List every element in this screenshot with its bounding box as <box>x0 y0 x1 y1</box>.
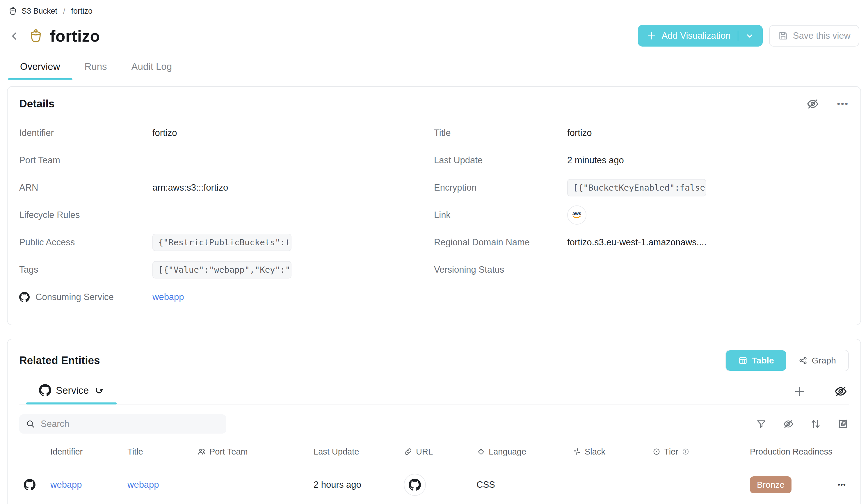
filter-icon[interactable] <box>756 419 767 430</box>
column-port-team[interactable]: Port Team <box>193 447 309 456</box>
breadcrumb-entity: fortizo <box>71 7 93 16</box>
github-icon <box>24 479 35 491</box>
github-icon <box>19 292 30 302</box>
add-related-entity-button[interactable] <box>794 385 806 398</box>
encryption-json-chip[interactable]: [{"BucketKeyEnabled":false, <box>567 179 706 196</box>
s3-bucket-icon <box>29 29 43 43</box>
entity-tabs: Overview Runs Audit Log <box>0 56 868 80</box>
view-toggle: Table Graph <box>725 350 849 371</box>
column-url[interactable]: URL <box>399 447 472 456</box>
row-identifier-link[interactable]: webapp <box>50 480 82 490</box>
group-by-icon[interactable] <box>837 418 849 430</box>
field-public-access: Public Access {"RestrictPublicBuckets":t… <box>19 229 434 256</box>
details-left-column: Identifier fortizo Port Team ARN arn:aws… <box>19 119 434 311</box>
graph-icon <box>798 356 808 365</box>
field-last-update: Last Update 2 minutes ago <box>434 147 849 174</box>
table-row[interactable]: webapp webapp 2 hours ago CSS Bronze ••• <box>19 463 849 504</box>
page-title: fortizo <box>50 27 100 45</box>
column-title[interactable]: Title <box>123 447 193 456</box>
header-actions: Add Visualization Save this view <box>638 25 859 47</box>
add-visualization-button[interactable]: Add Visualization <box>638 25 763 47</box>
field-title: Title fortizo <box>434 119 849 147</box>
svg-text:aws: aws <box>572 211 581 216</box>
field-arn: ARN arn:aws:s3:::fortizo <box>19 174 434 202</box>
breadcrumb-blueprint[interactable]: S3 Bucket <box>21 7 57 16</box>
field-encryption: Encryption [{"BucketKeyEnabled":false, <box>434 174 849 202</box>
field-identifier: Identifier fortizo <box>19 119 434 147</box>
search-icon <box>25 419 35 429</box>
row-entity-icon-cell <box>19 479 46 491</box>
column-identifier[interactable]: Identifier <box>46 447 123 456</box>
relation-direction-icon <box>93 385 104 395</box>
info-icon[interactable] <box>682 448 689 455</box>
consuming-service-link[interactable]: webapp <box>153 292 184 302</box>
link-icon <box>404 447 413 456</box>
graph-view-button[interactable]: Graph <box>786 350 848 371</box>
related-entities-table: Identifier Title Port Team Last Update <box>19 441 849 504</box>
search-input[interactable] <box>41 419 220 429</box>
related-entities-title: Related Entities <box>19 354 100 367</box>
slack-icon <box>572 447 581 456</box>
aws-link-icon[interactable]: aws <box>567 205 587 225</box>
table-toolbar <box>19 414 849 434</box>
tab-service-label: Service <box>56 385 89 396</box>
tab-overview[interactable]: Overview <box>8 56 72 80</box>
bucket-icon <box>8 7 18 16</box>
tab-service[interactable]: Service <box>26 379 117 404</box>
plus-icon <box>647 31 657 41</box>
table-view-button[interactable]: Table <box>726 350 786 371</box>
column-production-readiness[interactable]: Production Readiness <box>745 447 833 456</box>
production-readiness-badge: Bronze <box>750 476 792 493</box>
field-regional-domain-name: Regional Domain Name fortizo.s3.eu-west-… <box>434 229 849 256</box>
row-last-update: 2 hours ago <box>309 480 399 490</box>
target-icon <box>652 448 661 456</box>
row-language: CSS <box>472 480 568 490</box>
chevron-down-icon[interactable] <box>745 31 754 40</box>
row-url-github-link[interactable] <box>404 474 426 496</box>
column-slack[interactable]: Slack <box>568 447 648 456</box>
search-box <box>19 414 226 434</box>
save-icon <box>778 31 788 41</box>
hide-empty-columns-icon[interactable] <box>834 384 848 398</box>
field-tags: Tags [{"Value":"webapp","Key":"s <box>19 256 434 284</box>
more-actions-button[interactable]: ••• <box>837 100 849 108</box>
public-access-json-chip[interactable]: {"RestrictPublicBuckets":tr <box>153 234 291 251</box>
hide-empty-values-icon[interactable] <box>806 97 819 111</box>
table-icon <box>738 356 747 365</box>
details-title: Details <box>19 98 54 110</box>
team-icon <box>197 447 206 456</box>
field-lifecycle-rules: Lifecycle Rules <box>19 202 434 229</box>
column-language[interactable]: Language <box>472 447 568 456</box>
row-more-actions-button[interactable]: ••• <box>838 481 846 488</box>
back-button[interactable] <box>8 30 21 42</box>
field-consuming-service: Consuming Service webapp <box>19 284 434 311</box>
column-tier[interactable]: Tier <box>648 447 745 456</box>
field-versioning-status: Versioning Status <box>434 256 849 284</box>
button-divider <box>738 31 738 41</box>
entity-header: fortizo Add Visualization <box>8 24 860 48</box>
field-link: Link aws <box>434 202 849 229</box>
related-entities-card: Related Entities Table <box>7 339 861 504</box>
github-icon <box>39 384 51 396</box>
sort-icon[interactable] <box>810 418 822 430</box>
related-tabs: Service <box>19 379 849 404</box>
column-last-update[interactable]: Last Update <box>309 447 399 456</box>
table-header-row: Identifier Title Port Team Last Update <box>19 441 849 463</box>
tab-runs[interactable]: Runs <box>72 56 119 80</box>
row-title-link[interactable]: webapp <box>127 480 159 490</box>
add-visualization-label: Add Visualization <box>662 31 731 41</box>
save-view-label: Save this view <box>793 31 850 41</box>
tab-audit-log[interactable]: Audit Log <box>119 56 184 80</box>
top-bar: S3 Bucket / fortizo fortizo <box>0 0 868 48</box>
breadcrumb-separator: / <box>63 7 65 16</box>
hide-columns-icon[interactable] <box>783 418 794 430</box>
field-port-team: Port Team <box>19 147 434 174</box>
details-right-column: Title fortizo Last Update 2 minutes ago … <box>434 119 849 311</box>
details-card: Details ••• Identifier fortizo Port Team <box>7 86 861 325</box>
tag-icon <box>476 447 485 456</box>
save-view-button[interactable]: Save this view <box>769 25 859 47</box>
breadcrumb: S3 Bucket / fortizo <box>8 5 860 17</box>
tags-json-chip[interactable]: [{"Value":"webapp","Key":"s <box>153 261 291 278</box>
